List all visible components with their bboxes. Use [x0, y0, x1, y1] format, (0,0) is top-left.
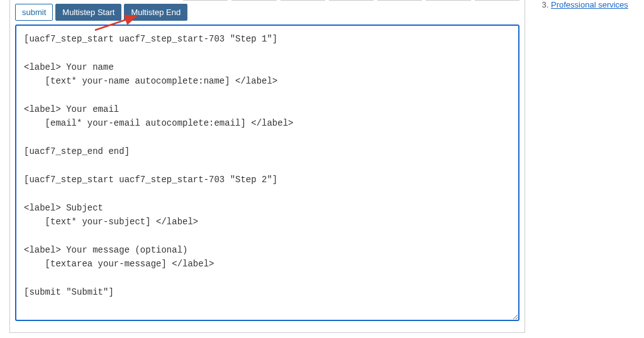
form-template-textarea[interactable] — [15, 25, 519, 321]
submit-tag-button[interactable]: submit — [15, 4, 53, 21]
multistep-start-button[interactable]: Multistep Start — [55, 4, 121, 21]
sidebar-list: Professional services — [538, 0, 639, 9]
form-editor-panel: submit Multistep Start Multistep End — [9, 0, 525, 333]
tag-button-toolbar: submit Multistep Start Multistep End — [10, 0, 525, 25]
professional-services-link[interactable]: Professional services — [551, 0, 628, 9]
toolbar-divider — [183, 0, 519, 1]
multistep-end-button[interactable]: Multistep End — [124, 4, 187, 21]
list-item: Professional services — [551, 0, 639, 9]
sidebar-panel: Professional services — [538, 0, 639, 13]
